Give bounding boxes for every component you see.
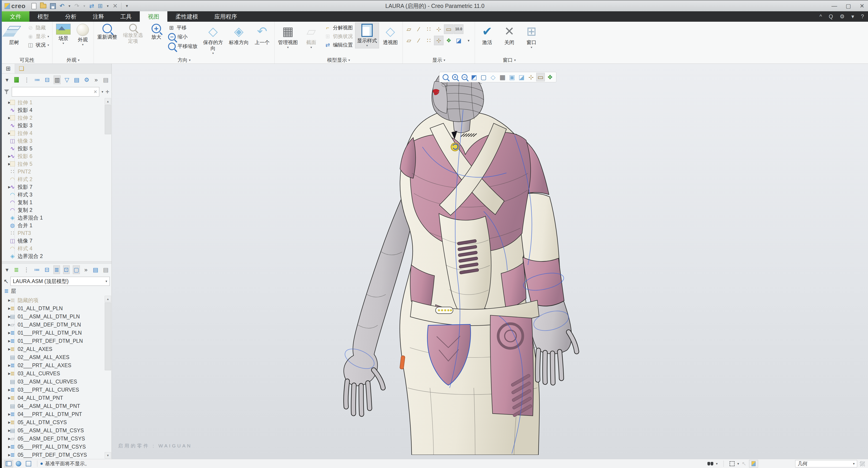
- layers-node-icon[interactable]: ≣: [13, 266, 20, 274]
- annotation-display-icon[interactable]: ▭: [536, 73, 545, 82]
- plane-display-toggle[interactable]: ▱: [404, 24, 414, 34]
- panel-splitter[interactable]: [2, 261, 112, 263]
- status-button[interactable]: ◫状况▾: [25, 41, 51, 49]
- tree-item[interactable]: ▶拉伸 5: [2, 160, 105, 168]
- clear-filter-icon[interactable]: ✕: [93, 89, 97, 94]
- tree-item[interactable]: ▶≣05_ALL_DTM_CSYS: [2, 418, 105, 427]
- tree-item[interactable]: ▶≣03___PRT_ALL_CURVES: [2, 386, 105, 394]
- tree-item[interactable]: ▶▱01__ASM_DEF_DTM_PLN: [2, 320, 105, 329]
- expand-arrow-icon[interactable]: ▶: [2, 323, 9, 326]
- dimension-display-toggle[interactable]: 10.0: [454, 24, 463, 34]
- tree-item[interactable]: ∿投影 3: [2, 122, 105, 129]
- expand-arrow-icon[interactable]: ▶: [2, 420, 9, 424]
- zoom-to-selected-button[interactable]: 缩放至选定项: [120, 23, 146, 45]
- expand-arrow-icon[interactable]: ▶: [2, 437, 9, 440]
- tree-item[interactable]: ▶≣04___PRT_ALL_DTM_PNT: [2, 410, 105, 418]
- tree-item[interactable]: ∿投影 4: [2, 106, 105, 114]
- refit-icon[interactable]: ◩: [470, 73, 478, 82]
- folder-browser-tab[interactable]: ❏: [15, 64, 28, 73]
- tree-item[interactable]: ▶拉伸 1: [2, 99, 105, 106]
- expand-arrow-icon[interactable]: ▶: [2, 372, 9, 375]
- model-globe-icon[interactable]: [14, 460, 23, 467]
- expand-arrow-icon[interactable]: ▶: [2, 453, 9, 457]
- show-layer-icon[interactable]: ≣: [53, 266, 60, 274]
- datum-display-icon[interactable]: ⊹: [527, 73, 535, 82]
- expand-arrow-icon[interactable]: ▶: [2, 131, 9, 135]
- more-dots-icon[interactable]: ⋮: [23, 266, 30, 274]
- collapse-ribbon-icon[interactable]: ^: [819, 13, 822, 20]
- tree-item[interactable]: ◈边界混合 1: [2, 214, 105, 222]
- switch-window-caret-icon[interactable]: ▾: [106, 2, 109, 10]
- redo-icon[interactable]: ↷: [74, 2, 80, 10]
- layer-info-icon[interactable]: ▤: [92, 266, 99, 274]
- tab-柔性建模[interactable]: 柔性建模: [167, 11, 206, 22]
- graphics-viewport[interactable]: +−◩▢◇▦▣◪⊹▭❖: [112, 64, 868, 459]
- tree-item[interactable]: ▶∿投影 6: [2, 152, 105, 160]
- tree-item[interactable]: ▶≣01___PRT_DEF_DTM_PLN: [2, 337, 105, 345]
- model-node-icon[interactable]: [13, 75, 20, 84]
- point-select-toggle[interactable]: ∷: [424, 36, 434, 45]
- expand-arrow-icon[interactable]: ▶: [2, 185, 9, 189]
- pan-button[interactable]: ⊞平移: [166, 24, 199, 32]
- tree-item[interactable]: ▤02__ASM_ALL_AXES: [2, 353, 105, 361]
- layer-items-icon[interactable]: ⊡: [63, 266, 70, 274]
- csys-display-toggle[interactable]: ⊹: [434, 24, 443, 34]
- exploded-view-button[interactable]: ⌐分解视图: [322, 24, 354, 32]
- previous-button[interactable]: ↶上一个: [251, 23, 273, 46]
- saved-orientations-icon[interactable]: ◇: [489, 73, 497, 82]
- tree-item[interactable]: ◍合并 1: [2, 222, 105, 229]
- maximize-button[interactable]: ▢: [846, 3, 851, 9]
- tree-item[interactable]: ◠样式 4: [2, 245, 105, 252]
- tab-分析[interactable]: 分析: [57, 11, 85, 22]
- expand-arrow-icon[interactable]: ▶: [2, 307, 9, 310]
- layer-tree-scrollbar[interactable]: ▲ ▼: [105, 296, 111, 459]
- tree-item[interactable]: ▶∿投影 7: [2, 183, 105, 191]
- model-context-icon[interactable]: [749, 460, 758, 468]
- tree-item[interactable]: ▶≣03_ALL_CURVES: [2, 369, 105, 378]
- zoom-out-icon[interactable]: −: [460, 73, 469, 82]
- tree-item[interactable]: ◠样式 2: [2, 176, 105, 183]
- tree-filters-icon[interactable]: ▽: [64, 75, 70, 84]
- scene-button[interactable]: 场景▾: [54, 23, 73, 46]
- section-icon[interactable]: ◪: [517, 73, 526, 82]
- sections-button[interactable]: ▱截面▾: [300, 23, 322, 50]
- tab-视图[interactable]: 视图: [140, 11, 167, 22]
- annotation-display-toggle[interactable]: ▭: [444, 24, 454, 34]
- tree-item[interactable]: ∿投影 5: [2, 145, 105, 152]
- csys-select-toggle[interactable]: ⊹: [434, 36, 443, 45]
- point-display-toggle[interactable]: ∷: [424, 24, 434, 34]
- activate-button[interactable]: ✔激活: [476, 23, 498, 46]
- expand-arrow-icon[interactable]: ▶: [2, 331, 9, 335]
- expand-arrow-icon[interactable]: ▶: [2, 339, 9, 343]
- pan-zoom-button[interactable]: 平移缩放: [166, 42, 199, 51]
- regenerate-icon[interactable]: ⇄: [89, 2, 94, 10]
- selection-caret-icon[interactable]: ▾: [737, 462, 739, 466]
- display-style-icon[interactable]: ▢: [479, 73, 488, 82]
- close-window-button[interactable]: ✕关闭: [498, 23, 520, 46]
- tree-info-icon[interactable]: ▤: [102, 75, 109, 84]
- tree-item[interactable]: ▶≣01_ALL_DTM_PLN: [2, 304, 105, 312]
- refit-button[interactable]: 重新调整: [95, 23, 119, 41]
- tree-item[interactable]: ◠样式 3: [2, 191, 105, 198]
- scroll-down-icon[interactable]: ▼: [105, 452, 111, 459]
- tab-模型[interactable]: 模型: [29, 11, 57, 22]
- show-button[interactable]: ◉显示▾: [25, 33, 51, 40]
- close-window-icon[interactable]: ✕: [113, 2, 118, 10]
- tree-item[interactable]: ▶≣02_ALL_AXES: [2, 345, 105, 353]
- expand-arrow-icon[interactable]: ▶: [2, 154, 9, 158]
- axis-display-toggle[interactable]: ∕: [414, 24, 424, 34]
- display-style-button[interactable]: 显示样式▾: [355, 23, 379, 49]
- find-icon[interactable]: [707, 462, 713, 466]
- overflow-icon[interactable]: »: [83, 266, 89, 274]
- scroll-thumb[interactable]: [105, 303, 111, 370]
- expand-levels-icon[interactable]: ≔: [33, 266, 40, 274]
- view-wireframe-icon[interactable]: ▣: [508, 73, 516, 82]
- expand-arrow-icon[interactable]: ▶: [2, 396, 9, 400]
- expand-arrow-icon[interactable]: ▶: [2, 388, 9, 392]
- isolate-layer-icon[interactable]: ▢: [73, 266, 80, 274]
- tab-注释[interactable]: 注释: [85, 11, 112, 22]
- more-display-caret[interactable]: ▾: [464, 36, 473, 45]
- expand-arrow-icon[interactable]: ▶: [2, 347, 9, 351]
- filter-caret-icon[interactable]: ▾: [101, 90, 103, 94]
- tree-item[interactable]: ∷PNT2: [2, 168, 105, 176]
